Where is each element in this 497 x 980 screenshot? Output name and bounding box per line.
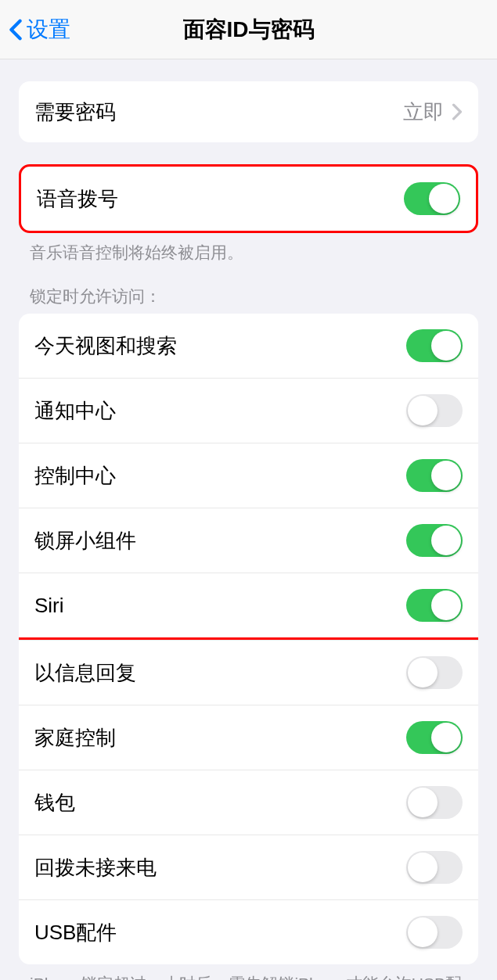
lock-item-toggle-today[interactable]: [406, 329, 463, 362]
usb-footer: iPhone锁定超过一小时后，需先解锁iPhone才能允许USB配件连接。: [30, 972, 467, 980]
lock-access-group: 今天视图和搜索 通知中心 控制中心 锁屏小组件 Siri 以信息回复 家庭控制: [19, 314, 478, 964]
lock-item-label: 钱包: [34, 789, 75, 817]
lock-item-notification: 通知中心: [19, 378, 478, 443]
lock-item-today: 今天视图和搜索: [19, 314, 478, 378]
lock-item-label: 今天视图和搜索: [34, 332, 177, 360]
lock-item-label: 通知中心: [34, 397, 116, 425]
lock-item-toggle-control-center[interactable]: [406, 459, 463, 492]
chevron-right-icon: [452, 103, 463, 120]
lock-item-wallet: 钱包: [19, 770, 478, 835]
voice-dial-group: 语音拨号: [19, 164, 478, 233]
lock-item-siri: Siri: [19, 573, 478, 640]
lock-item-control-center: 控制中心: [19, 443, 478, 508]
passcode-required-row[interactable]: 需要密码 立即: [19, 81, 478, 142]
lock-item-toggle-lock-widgets[interactable]: [406, 524, 463, 557]
lock-item-label: 回拨未接来电: [34, 854, 157, 881]
lock-item-toggle-usb[interactable]: [406, 916, 463, 949]
passcode-required-group: 需要密码 立即: [19, 81, 478, 142]
chevron-left-icon: [8, 19, 23, 41]
lock-item-usb: USB配件: [19, 899, 478, 964]
passcode-required-value: 立即: [403, 99, 463, 126]
voice-dial-toggle[interactable]: [404, 182, 460, 215]
page-title: 面容ID与密码: [183, 15, 315, 45]
lock-item-toggle-home-control[interactable]: [406, 721, 463, 754]
lock-item-label: 以信息回复: [34, 659, 136, 687]
lock-item-toggle-siri[interactable]: [406, 589, 463, 622]
voice-dial-footer: 音乐语音控制将始终被启用。: [30, 241, 467, 264]
back-label: 设置: [27, 15, 70, 45]
lock-item-callback: 回拨未接来电: [19, 835, 478, 899]
lock-item-label: 锁屏小组件: [34, 527, 136, 555]
content: 需要密码 立即 语音拨号 音乐语音控制将始终被启用。 锁定时允许访问： 今天视图…: [0, 81, 497, 980]
lock-item-home-control: 家庭控制: [19, 705, 478, 770]
lock-access-header: 锁定时允许访问：: [30, 285, 467, 307]
lock-item-toggle-notification[interactable]: [406, 394, 463, 427]
lock-item-label: 控制中心: [34, 462, 116, 490]
lock-item-reply-message: 以信息回复: [19, 640, 478, 705]
lock-item-label: USB配件: [34, 919, 117, 946]
voice-dial-row: 语音拨号: [21, 167, 476, 231]
lock-item-toggle-callback[interactable]: [406, 851, 463, 884]
passcode-required-label: 需要密码: [34, 99, 116, 126]
lock-item-lock-widgets: 锁屏小组件: [19, 508, 478, 573]
voice-dial-label: 语音拨号: [37, 185, 118, 213]
navbar: 设置 面容ID与密码: [0, 0, 497, 59]
lock-item-label: Siri: [34, 594, 64, 618]
lock-item-label: 家庭控制: [34, 724, 116, 752]
lock-item-toggle-wallet[interactable]: [406, 786, 463, 819]
lock-item-toggle-reply-message[interactable]: [406, 656, 463, 689]
back-button[interactable]: 设置: [8, 15, 70, 45]
